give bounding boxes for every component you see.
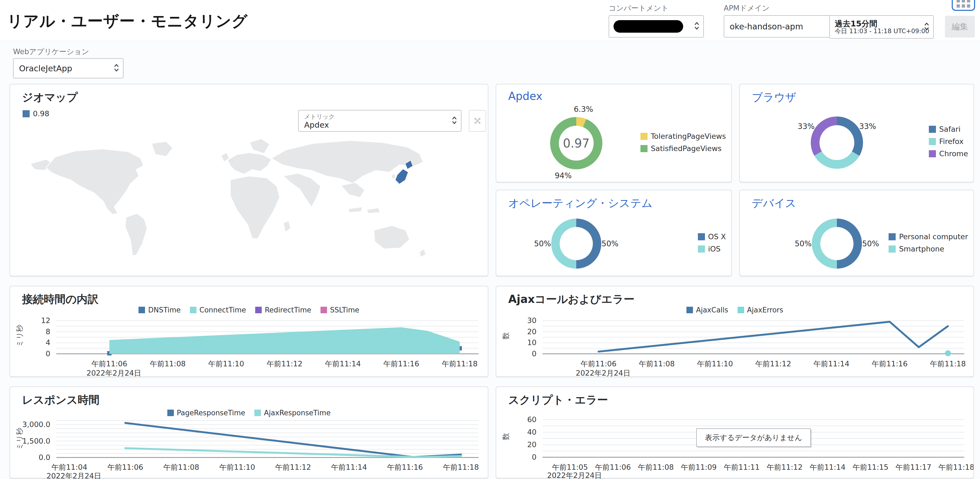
script-errors-title: スクリプト・エラー: [508, 393, 608, 407]
svg-text:午前11:18: 午前11:18: [442, 360, 478, 368]
svg-text:午前11:10: 午前11:10: [697, 360, 733, 368]
slice-percentage-label: 50%: [862, 239, 879, 248]
svg-text:午前11:16: 午前11:16: [383, 360, 419, 368]
browser-donut-chart[interactable]: [811, 116, 863, 169]
expand-map-button[interactable]: [469, 110, 486, 132]
legend-item: Chrome: [929, 150, 968, 158]
svg-text:午前11:08: 午前11:08: [150, 360, 186, 368]
geo-map-card: ジオマップ 0.98 メトリック Apdex: [10, 84, 488, 276]
legend-label: SSLTime: [330, 306, 360, 314]
svg-text:午前11:12: 午前11:12: [275, 463, 311, 471]
apdex-title-link[interactable]: Apdex: [508, 90, 542, 102]
svg-text:午前11:14: 午前11:14: [810, 463, 846, 471]
legend-swatch: [738, 307, 744, 313]
svg-text:午前11:12: 午前11:12: [767, 463, 803, 471]
legend-item: AjaxResponseTime: [255, 409, 331, 417]
slice-percentage-label: 94%: [555, 171, 572, 180]
legend-label: ConnectTime: [199, 306, 246, 314]
svg-text:数: 数: [501, 433, 510, 440]
device-legend: Personal computerSmartphone: [889, 232, 968, 253]
app-grid-button[interactable]: [952, 0, 975, 11]
conn-chart: 04812ミリ秒午前11:062022年2月24日午前11:08午前11:10午…: [10, 315, 488, 378]
legend-item: AjaxCalls: [686, 306, 728, 314]
svg-text:午前11:04: 午前11:04: [51, 463, 88, 471]
legend-label: ToleratingPageViews: [651, 132, 726, 140]
os-donut-chart[interactable]: [551, 218, 601, 269]
legend-swatch: [190, 307, 196, 313]
svg-text:0: 0: [532, 349, 536, 358]
donut-hole: [820, 227, 853, 260]
legend-item: ConnectTime: [190, 306, 246, 314]
legend-item: ToleratingPageViews: [640, 132, 726, 140]
time-range-detail: 今日 11:03 - 11:18 UTC+09:00: [835, 27, 929, 35]
legend-label: SatisfiedPageViews: [651, 144, 722, 153]
legend-swatch: [686, 307, 693, 313]
donut-hole: [560, 227, 593, 260]
device-title-link[interactable]: デバイス: [752, 196, 796, 211]
donut-hole: 0.97: [559, 126, 593, 161]
webapp-select[interactable]: OracleJetApp: [13, 58, 124, 78]
svg-text:午前11:06: 午前11:06: [595, 463, 631, 471]
legend-swatch: [698, 233, 705, 240]
apm-domain-select[interactable]: oke-handson-apm: [724, 15, 847, 38]
svg-text:午前11:06: 午前11:06: [581, 360, 617, 368]
time-range-select[interactable]: 過去15分間 今日 11:03 - 11:18 UTC+09:00: [829, 15, 934, 39]
legend-item: Safari: [929, 125, 968, 134]
compartment-select[interactable]: [609, 15, 704, 38]
legend-label: Firefox: [939, 137, 963, 146]
legend-label: OS X: [708, 232, 726, 241]
apm-domain-label: APMドメイン: [724, 3, 770, 13]
compartment-value-redacted: [614, 20, 683, 33]
svg-text:ミリ秒: ミリ秒: [15, 428, 24, 450]
slice-percentage-label: 33%: [798, 122, 815, 130]
legend-swatch: [889, 233, 896, 240]
svg-text:2022年2月24日: 2022年2月24日: [576, 369, 630, 377]
browser-title-link[interactable]: ブラウザ: [752, 90, 796, 105]
ajax-calls-card: Ajaxコールおよびエラー AjaxCallsAjaxErrors0102030…: [496, 286, 974, 377]
os-title-link[interactable]: オペレーティング・システム: [508, 196, 652, 211]
legend-swatch: [320, 307, 327, 313]
svg-text:午前11:18: 午前11:18: [939, 463, 974, 471]
browser-legend: SafariFirefoxChrome: [929, 125, 968, 158]
svg-text:20: 20: [527, 328, 536, 336]
legend-swatch: [929, 126, 936, 133]
chevron-updown-icon: [694, 21, 700, 32]
svg-text:午前11:12: 午前11:12: [267, 360, 302, 368]
svg-text:午前11:06: 午前11:06: [107, 463, 143, 471]
grid-icon: [956, 0, 970, 8]
device-donut-chart[interactable]: [812, 218, 862, 269]
script-errors-card: スクリプト・エラー 0204060数午前11:052022年2月24日午前11:…: [496, 387, 974, 479]
svg-text:0: 0: [532, 453, 536, 461]
svg-text:午前11:06: 午前11:06: [91, 360, 127, 368]
legend-swatch: [138, 307, 145, 313]
legend-item: SatisfiedPageViews: [640, 144, 726, 153]
legend-label: iOS: [708, 245, 721, 253]
metric-select[interactable]: メトリック Apdex: [298, 110, 461, 132]
svg-text:午前11:08: 午前11:08: [639, 360, 675, 368]
svg-text:午前11:18: 午前11:18: [443, 463, 479, 471]
svg-text:午前11:11: 午前11:11: [724, 463, 760, 471]
svg-text:午前11:10: 午前11:10: [219, 463, 255, 471]
svg-text:午前11:08: 午前11:08: [163, 463, 199, 471]
legend-value: 0.98: [33, 110, 49, 118]
apm-domain-value: oke-handson-apm: [724, 22, 803, 31]
svg-text:2022年2月24日: 2022年2月24日: [46, 472, 101, 479]
legend-item: OS X: [698, 232, 726, 241]
svg-text:1,500.0: 1,500.0: [22, 437, 50, 445]
donut-center-value: 0.97: [563, 136, 590, 150]
svg-text:12: 12: [41, 316, 50, 325]
apdex-donut-chart[interactable]: 0.97: [550, 117, 602, 169]
legend-item: PageResponseTime: [167, 409, 245, 417]
svg-text:午前11:16: 午前11:16: [872, 360, 908, 368]
compartment-label: コンパートメント: [609, 3, 668, 13]
geo-map-title: ジオマップ: [22, 90, 78, 105]
svg-text:午前11:05: 午前11:05: [552, 463, 588, 471]
legend-item: iOS: [698, 245, 726, 253]
legend-item: Smartphone: [889, 245, 968, 253]
metric-label: メトリック: [304, 113, 335, 121]
legend-swatch: [889, 245, 896, 253]
resp-chart-legend: PageResponseTimeAjaxResponseTime: [10, 409, 488, 417]
svg-text:午前11:17: 午前11:17: [896, 463, 931, 471]
legend-label: RedirectTime: [265, 306, 311, 314]
edit-button[interactable]: 編集: [945, 16, 975, 38]
